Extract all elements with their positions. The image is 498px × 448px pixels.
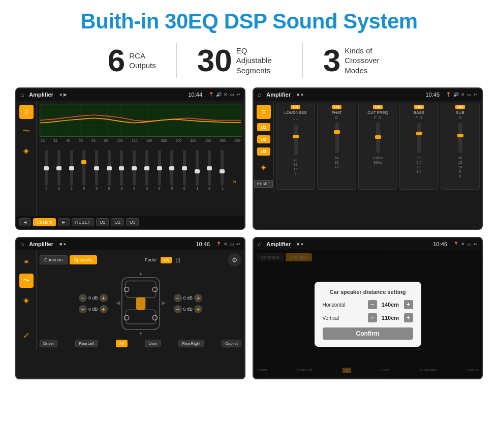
eq-u1-btn[interactable]: U1	[96, 218, 109, 226]
eq-graph	[40, 104, 241, 137]
fader-wave-icon[interactable]: 〜	[19, 274, 34, 288]
vertical-plus-btn[interactable]: +	[404, 313, 413, 322]
horizontal-value: 140cm	[379, 302, 402, 308]
eq-body: ≡ 〜 ◈	[16, 101, 244, 216]
sub-slider[interactable]	[458, 123, 462, 153]
eq-main: 2532405063 80100125160200 25032040050063…	[37, 101, 244, 216]
left-volume-col: − 0 dB + − 0 dB +	[79, 294, 108, 313]
horizontal-plus-btn[interactable]: +	[404, 300, 413, 309]
eq-slider-10: 0	[153, 150, 165, 190]
cross-filter-icon[interactable]: ≡	[257, 105, 271, 119]
eq-wave-icon[interactable]: 〜	[19, 124, 34, 138]
dialog-status-bar: ⌂ Amplifier ■ ● 10:46 📍 ✕ ▭ ↩	[254, 238, 482, 250]
page-wrapper: Buith-in 30EQ DSP Sound System 6 RCAOutp…	[0, 0, 498, 448]
rr-plus[interactable]: +	[194, 305, 202, 313]
driver-btn[interactable]: Driver	[40, 340, 57, 347]
cross-reset-btn[interactable]: RESET	[254, 180, 273, 188]
eq-sliders-row: 0 0 0 5	[40, 144, 241, 190]
svg-text:▲: ▲	[138, 271, 143, 276]
car-diagram: ▲ ▼ ◀ ▶	[108, 271, 174, 337]
eq-prev-btn[interactable]: ◄	[19, 218, 31, 226]
u3-btn[interactable]: U3	[257, 147, 270, 156]
eq-freq-labels: 2532405063 80100125160200 25032040050063…	[40, 139, 241, 142]
fader-expand-icon[interactable]: ⤢	[19, 328, 34, 342]
u1-btn[interactable]: U1	[257, 123, 270, 131]
module-sub: ON SUB G 20 15 10 5 0	[441, 103, 480, 190]
fader-app-name: Amplifier	[29, 241, 53, 247]
svg-rect-3	[126, 310, 155, 324]
cutfreq-title: CUT FREQ	[367, 110, 388, 115]
bass-slider[interactable]	[417, 123, 421, 153]
dialog-app-name: Amplifier	[266, 241, 291, 247]
cross-volume-icon[interactable]: ◈	[257, 160, 271, 174]
vertical-value: 110cm	[379, 315, 402, 321]
eq-play-btn[interactable]: ►	[58, 218, 70, 226]
fader-screen: ⌂ Amplifier ■ ● 10:46 📍 ✕ ▭ ↩ ≡ 〜 ◈ ⤢	[15, 237, 245, 379]
stat-label-eq: EQ AdjustableSegments	[236, 46, 282, 76]
rl-plus[interactable]: +	[100, 305, 108, 313]
rl-minus[interactable]: −	[79, 305, 87, 313]
fader-vol-icon[interactable]: ◈	[19, 293, 34, 307]
stats-row: 6 RCAOutputs 30 EQ AdjustableSegments 3 …	[15, 43, 483, 78]
horizontal-row: Horizontal − 140cm +	[323, 300, 413, 309]
eq-slider-11: 0	[166, 150, 178, 190]
fl-plus[interactable]: +	[100, 294, 108, 302]
eq-custom-btn[interactable]: Custom	[33, 218, 56, 226]
horizontal-minus-btn[interactable]: −	[368, 300, 377, 309]
eq-status-icons: 📍 🔊 ✕ ▭ ↩	[208, 92, 240, 97]
home-icon-4: ⌂	[258, 241, 261, 248]
fr-plus[interactable]: +	[194, 294, 202, 302]
eq-screen: ⌂ Amplifier ● ▶ 10:44 📍 🔊 ✕ ▭ ↩ ≡ 〜 ◈	[15, 87, 245, 230]
eq-filter-icon[interactable]: ≡	[19, 105, 34, 119]
rr-minus[interactable]: −	[174, 305, 182, 313]
stat-label-crossover: Kinds ofCrossover Modes	[345, 46, 390, 76]
fader-on-badge: ON	[161, 257, 172, 263]
common-tab[interactable]: Common	[40, 255, 68, 264]
svg-rect-2	[126, 281, 155, 297]
specialty-tab[interactable]: Specialty	[70, 255, 98, 264]
eq-volume-icon[interactable]: ◈	[19, 143, 34, 158]
eq-reset-btn[interactable]: RESET	[72, 218, 94, 226]
eq-slider-7: 0	[116, 150, 128, 190]
home-icon: ⌂	[20, 91, 24, 98]
fr-minus[interactable]: −	[174, 294, 182, 302]
copilot-btn[interactable]: Copilot	[222, 340, 241, 347]
front-right-vol: − 0 dB +	[174, 294, 203, 302]
fader-filter-icon[interactable]: ≡	[19, 254, 34, 268]
fader-settings-icon[interactable]: ⚙	[228, 253, 241, 266]
rear-right-vol: − 0 dB +	[174, 305, 203, 313]
home-icon-2: ⌂	[258, 91, 261, 98]
rear-left-btn[interactable]: RearLeft	[75, 340, 98, 347]
stat-crossover: 3 Kinds ofCrossover Modes	[303, 45, 411, 76]
cutfreq-slider[interactable]	[376, 123, 380, 153]
vertical-minus-btn[interactable]: −	[368, 313, 377, 322]
crossover-status-icons: 📍 🔊 ✕ ▭ ↩	[446, 92, 478, 97]
svg-text:◀: ◀	[116, 300, 120, 306]
dialog-box: Car speaker distance setting Horizontal …	[315, 282, 421, 347]
dialog-time: 10:46	[433, 241, 447, 247]
stat-rca: 6 RCAOutputs	[87, 45, 176, 76]
fader-body: ≡ 〜 ◈ ⤢ Common Specialty Fader ON |||	[16, 250, 244, 350]
dialog-overlay: Car speaker distance setting Horizontal …	[254, 250, 482, 378]
eq-expand-btn[interactable]: »	[229, 178, 240, 190]
phat-slider[interactable]	[335, 123, 339, 153]
sub-title: SUB	[456, 110, 464, 115]
loudness-slider[interactable]	[294, 125, 298, 155]
svg-point-8	[152, 315, 157, 320]
dialog-title: Car speaker distance setting	[323, 289, 413, 295]
home-icon-3: ⌂	[20, 241, 24, 248]
svg-point-7	[124, 315, 129, 320]
eq-u3-btn[interactable]: U3	[126, 218, 139, 226]
u2-btn[interactable]: U2	[257, 135, 270, 143]
all-btn[interactable]: All	[116, 340, 128, 347]
fader-status-bar: ⌂ Amplifier ■ ● 10:46 📍 ✕ ▭ ↩	[16, 238, 244, 250]
rear-right-btn[interactable]: RearRight	[178, 340, 204, 347]
eq-slider-12: 0	[179, 150, 191, 190]
fl-minus[interactable]: −	[79, 294, 87, 302]
eq-sidebar: ≡ 〜 ◈	[16, 101, 37, 216]
eq-u2-btn[interactable]: U2	[111, 218, 124, 226]
user-btn[interactable]: User	[145, 340, 161, 347]
stat-label-rca: RCAOutputs	[129, 51, 156, 71]
confirm-button[interactable]: Confirm	[323, 327, 413, 340]
fader-status-icons: 📍 ✕ ▭ ↩	[216, 242, 240, 247]
